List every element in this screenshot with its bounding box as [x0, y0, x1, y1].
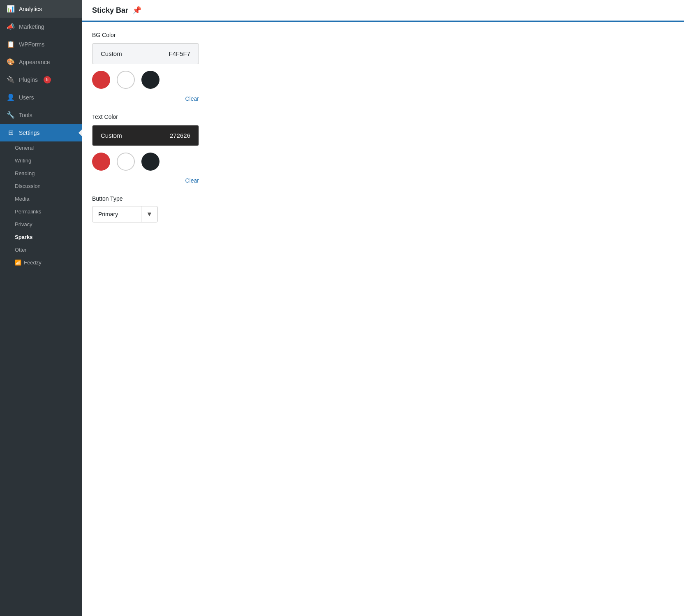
text-swatch-type: Custom: [101, 132, 122, 139]
marketing-icon: 📣: [7, 23, 15, 30]
chevron-down-icon: ▼: [141, 206, 157, 222]
button-type-section: Button Type Primary ▼: [92, 195, 674, 222]
bg-swatch-type: Custom: [101, 50, 122, 57]
users-icon: 👤: [7, 93, 15, 101]
text-color-label: Text Color: [92, 113, 674, 120]
sidebar: 📊 Analytics 📣 Marketing 📋 WPForms 🎨 Appe…: [0, 0, 82, 616]
sidebar-item-label: Marketing: [19, 23, 44, 30]
sidebar-item-label: Settings: [19, 130, 40, 136]
submenu-item-permalinks[interactable]: Permalinks: [0, 205, 82, 218]
text-color-black[interactable]: [141, 153, 159, 171]
sidebar-item-label: Tools: [19, 112, 32, 118]
settings-icon: ⊞: [7, 129, 15, 137]
bg-color-white[interactable]: [117, 71, 135, 89]
sidebar-active-arrow: [79, 129, 82, 137]
sidebar-item-users[interactable]: 👤 Users: [0, 88, 82, 106]
text-color-section: Text Color Custom 272626 Clear: [92, 113, 674, 184]
submenu-item-media[interactable]: Media: [0, 192, 82, 205]
submenu-item-sparks[interactable]: Sparks: [0, 231, 82, 243]
bg-color-label: BG Color: [92, 32, 674, 38]
analytics-icon: 📊: [7, 5, 15, 13]
submenu-item-privacy[interactable]: Privacy: [0, 218, 82, 231]
sidebar-item-appearance[interactable]: 🎨 Appearance: [0, 53, 82, 71]
text-color-red[interactable]: [92, 153, 110, 171]
bg-color-red[interactable]: [92, 71, 110, 89]
sidebar-item-label: WPForms: [19, 41, 44, 48]
bg-color-swatch[interactable]: Custom F4F5F7: [92, 43, 199, 64]
button-type-value: Primary: [92, 207, 141, 222]
bg-color-black[interactable]: [141, 71, 159, 89]
panel-header: Sticky Bar 📌: [82, 0, 684, 22]
panel-body: BG Color Custom F4F5F7 Clear Text Color …: [82, 22, 684, 244]
text-color-clear[interactable]: Clear: [92, 177, 199, 184]
submenu-item-feedzy[interactable]: 📶 Feedzy: [0, 256, 82, 269]
sidebar-item-label: Analytics: [19, 6, 42, 12]
submenu-item-discussion[interactable]: Discussion: [0, 180, 82, 192]
bg-color-section: BG Color Custom F4F5F7 Clear: [92, 32, 674, 102]
sidebar-item-tools[interactable]: 🔧 Tools: [0, 106, 82, 124]
text-color-white[interactable]: [117, 153, 135, 171]
sidebar-item-settings[interactable]: ⊞ Settings: [0, 124, 82, 141]
text-color-swatch[interactable]: Custom 272626: [92, 125, 199, 146]
sidebar-item-label: Appearance: [19, 59, 50, 65]
sidebar-item-marketing[interactable]: 📣 Marketing: [0, 18, 82, 35]
sidebar-item-label: Plugins: [19, 76, 38, 83]
bg-swatch-value: F4F5F7: [169, 50, 190, 57]
plugins-badge: 8: [44, 76, 51, 83]
settings-submenu: General Writing Reading Discussion Media…: [0, 141, 82, 269]
wpforms-icon: 📋: [7, 40, 15, 48]
submenu-item-otter[interactable]: Otter: [0, 243, 82, 256]
submenu-item-reading[interactable]: Reading: [0, 167, 82, 180]
plugins-icon: 🔌: [7, 76, 15, 83]
bg-color-circles: [92, 71, 674, 89]
submenu-item-general[interactable]: General: [0, 141, 82, 154]
button-type-select[interactable]: Primary ▼: [92, 206, 158, 222]
main-content: Sticky Bar 📌 BG Color Custom F4F5F7 Clea…: [82, 0, 684, 616]
sidebar-item-plugins[interactable]: 🔌 Plugins 8: [0, 71, 82, 88]
text-color-circles: [92, 153, 674, 171]
panel-title: Sticky Bar: [92, 6, 128, 15]
sidebar-item-label: Users: [19, 94, 34, 101]
sidebar-item-analytics[interactable]: 📊 Analytics: [0, 0, 82, 18]
submenu-item-writing[interactable]: Writing: [0, 154, 82, 167]
text-swatch-value: 272626: [170, 132, 190, 139]
bg-color-clear[interactable]: Clear: [92, 95, 199, 102]
appearance-icon: 🎨: [7, 58, 15, 66]
tools-icon: 🔧: [7, 111, 15, 119]
pin-icon: 📌: [132, 6, 141, 15]
sidebar-item-wpforms[interactable]: 📋 WPForms: [0, 35, 82, 53]
button-type-label: Button Type: [92, 195, 674, 202]
feedzy-icon: 📶: [15, 259, 21, 266]
